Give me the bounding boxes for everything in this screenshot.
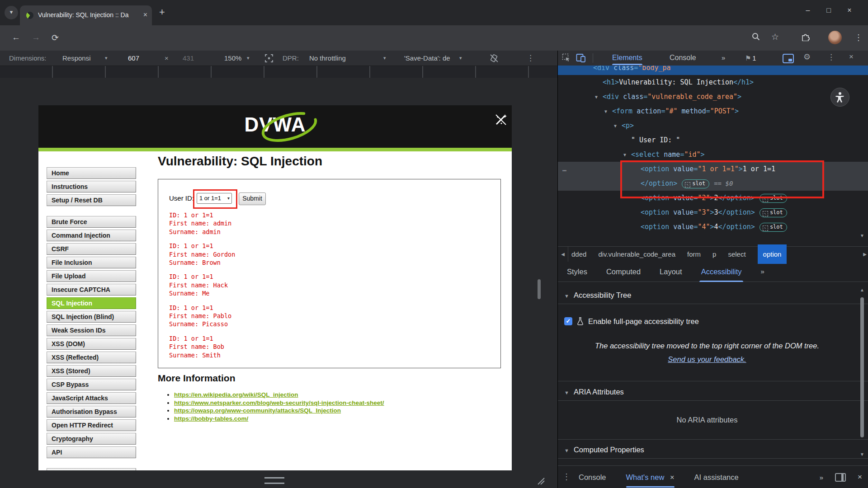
viewport-resize-handle-right[interactable] <box>538 279 541 299</box>
drawer-tab-what-s-new[interactable]: What's new × <box>626 466 675 488</box>
device-preset-select[interactable]: Responsi <box>62 51 91 66</box>
profile-avatar[interactable] <box>828 31 842 44</box>
breadcrumb-item[interactable]: div.vulnerable_code_area <box>598 247 675 262</box>
computed-properties-section[interactable]: ▼Computed Properties <box>558 442 868 457</box>
breadcrumb-item[interactable]: p <box>712 247 716 262</box>
dom-tree-row[interactable]: <div class="body_pa <box>558 66 868 75</box>
menu-item-command-injection[interactable]: Command Injection <box>47 230 136 241</box>
checkbox-checked-icon[interactable]: ✓ <box>564 317 572 325</box>
drawer-tab-ai-assistance[interactable]: AI assistance <box>694 466 739 488</box>
menu-item-sql-injection[interactable]: SQL Injection <box>47 297 136 309</box>
menu-item-csrf[interactable]: CSRF <box>47 243 136 255</box>
maximize-button[interactable]: □ <box>818 6 839 14</box>
external-link[interactable]: https://en.wikipedia.org/wiki/SQL_inject… <box>174 391 298 398</box>
device-toolbar-menu-icon[interactable]: ⋮ <box>527 51 534 66</box>
menu-item-cryptography[interactable]: Cryptography <box>47 433 136 445</box>
menu-item-home[interactable]: Home <box>47 167 136 179</box>
browser-menu-icon[interactable]: ⋮ <box>854 33 863 42</box>
menu-item-instructions[interactable]: Instructions <box>47 181 136 192</box>
aria-attributes-section[interactable]: ▼ARIA Attributes <box>558 384 868 399</box>
dom-tree-row[interactable]: ▼<p> <box>558 118 868 133</box>
close-window-button[interactable]: × <box>839 6 860 14</box>
expand-arrow-icon[interactable]: ▼ <box>614 119 617 133</box>
close-drawer-icon[interactable]: × <box>858 473 862 482</box>
dom-tree-row[interactable]: ▼<div class="vulnerable_code_area"> <box>558 89 868 104</box>
zoom-icon[interactable] <box>751 32 760 41</box>
menu-item-javascript-attacks[interactable]: JavaScript Attacks <box>47 392 136 404</box>
dom-tree-row[interactable]: <option value="5">5</option>↖slot <box>558 243 868 246</box>
breadcrumb-scroll-left-icon[interactable]: ◀ <box>558 247 568 262</box>
throttling-select[interactable]: No throttling <box>309 51 346 66</box>
magic-wand-disabled-icon[interactable] <box>494 113 508 127</box>
drawer-more-tabs-icon[interactable]: » <box>820 474 823 481</box>
bookmark-star-icon[interactable]: ☆ <box>771 32 779 42</box>
expand-arrow-icon[interactable]: ▼ <box>595 90 598 104</box>
devtools-menu-icon[interactable]: ⋮ <box>827 52 835 62</box>
settings-gear-icon[interactable]: ⚙ <box>803 52 811 62</box>
dom-tree-row[interactable]: ▼<form action="#" method="POST"> <box>558 104 868 118</box>
back-button[interactable]: ← <box>12 33 20 42</box>
dom-tree-row[interactable]: ▼<select name="id"> <box>558 147 868 162</box>
drawer-tab-console[interactable]: Console <box>579 466 606 488</box>
dom-tree-row[interactable]: " User ID: " <box>558 133 868 147</box>
menu-item-brute-force[interactable]: Brute Force <box>47 216 136 228</box>
menu-item-open-http-redirect[interactable]: Open HTTP Redirect <box>47 419 136 431</box>
cast-panel-icon[interactable] <box>783 54 794 63</box>
issues-badge[interactable]: ⚑1 <box>745 51 756 66</box>
external-link[interactable]: https://www.netsparker.com/blog/web-secu… <box>174 399 384 406</box>
minimize-button[interactable]: – <box>797 6 818 14</box>
breadcrumb-scroll-right-icon[interactable]: ▶ <box>863 247 867 262</box>
scrollbar-thumb[interactable] <box>860 297 864 437</box>
submit-button[interactable]: Submit <box>239 192 266 205</box>
accessibility-fab-icon[interactable] <box>830 88 849 107</box>
close-tab-icon[interactable]: × <box>668 473 674 481</box>
menu-item-insecure-captcha[interactable]: Insecure CAPTCHA <box>47 284 136 296</box>
tab-styles[interactable]: Styles <box>567 261 587 282</box>
new-tab-button[interactable]: + <box>159 6 165 19</box>
scroll-down-icon[interactable]: ▼ <box>860 233 864 238</box>
viewport-width-input[interactable]: 607 <box>128 51 139 66</box>
zoom-select[interactable]: 150% <box>224 51 241 66</box>
breadcrumb-item[interactable]: form <box>687 247 701 262</box>
menu-item-weak-session-ids[interactable]: Weak Session IDs <box>47 324 136 336</box>
browser-tab[interactable]: Vulnerability: SQL Injection :: Da × <box>20 5 152 25</box>
save-data-select[interactable]: 'Save-Data': de <box>404 51 450 66</box>
tab-computed[interactable]: Computed <box>606 261 641 282</box>
reload-button[interactable]: ⟳ <box>52 33 59 43</box>
inspect-element-icon[interactable] <box>562 53 571 62</box>
close-devtools-icon[interactable]: × <box>849 52 854 61</box>
expand-arrow-icon[interactable]: ▼ <box>604 104 607 119</box>
dock-side-icon[interactable] <box>835 473 846 482</box>
breadcrumb-item[interactable]: select <box>728 247 745 262</box>
external-link[interactable]: https://owasp.org/www-community/attacks/… <box>174 407 341 414</box>
menu-item-xss-stored-[interactable]: XSS (Stored) <box>47 365 136 377</box>
scroll-up-icon[interactable]: ▲ <box>860 287 864 292</box>
more-panes-icon[interactable]: » <box>760 267 764 275</box>
enable-a11y-tree-row[interactable]: ✓ Enable full-page accessibility tree <box>564 316 699 326</box>
slot-badge[interactable]: ↖slot <box>760 223 787 232</box>
menu-item-file-inclusion[interactable]: File Inclusion <box>47 257 136 268</box>
scrollbar[interactable]: ▲ ▼ <box>859 284 865 464</box>
dom-tree-row[interactable]: <option value="3">3</option>↖slot <box>558 205 868 220</box>
tab-elements[interactable]: Elements <box>612 51 642 65</box>
device-toolbar-toggle-icon[interactable] <box>576 53 586 62</box>
breadcrumb-item[interactable]: dded <box>571 247 586 262</box>
more-tabs-icon[interactable]: » <box>722 51 725 65</box>
menu-item-csp-bypass[interactable]: CSP Bypass <box>47 379 136 390</box>
slot-badge[interactable]: ↖slot <box>760 208 787 217</box>
menu-item-setup-reset-db[interactable]: Setup / Reset DB <box>47 194 136 206</box>
external-link[interactable]: https://bobby-tables.com/ <box>174 415 248 422</box>
scroll-down-icon[interactable]: ▼ <box>860 452 864 457</box>
menu-item-sql-injection-blind-[interactable]: SQL Injection (Blind) <box>47 311 136 323</box>
menu-item-dvwa-security[interactable]: DVWA Security <box>47 468 136 470</box>
extensions-icon[interactable] <box>801 33 810 41</box>
capture-frame-icon[interactable] <box>264 54 274 63</box>
menu-item-xss-reflected-[interactable]: XSS (Reflected) <box>47 352 136 363</box>
tab-accessibility[interactable]: Accessibility <box>701 261 742 282</box>
tab-console[interactable]: Console <box>670 51 696 65</box>
overflow-dots-icon[interactable]: … <box>562 162 566 176</box>
viewport-height-input[interactable]: 431 <box>183 51 194 66</box>
dom-tree-row[interactable]: <h1>Vulnerability: SQL Injection</h1> <box>558 75 868 89</box>
drawer-menu-icon[interactable]: ⋮ <box>562 472 571 482</box>
dom-tree-row[interactable]: <option value="4">4</option>↖slot <box>558 220 868 234</box>
